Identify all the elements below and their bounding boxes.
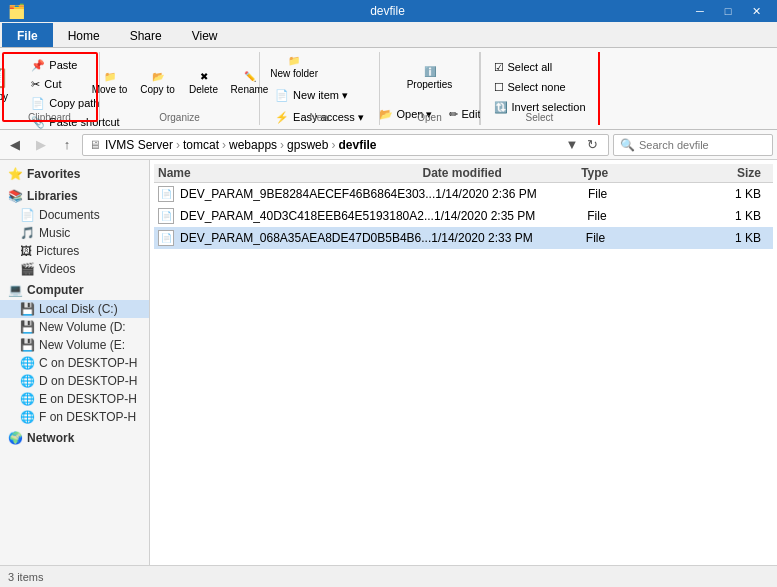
moveto-button[interactable]: 📁 Move to	[88, 54, 132, 112]
copyto-icon: 📂	[152, 71, 164, 82]
sidebar-network[interactable]: 🌍 Network	[0, 428, 149, 448]
newfolder-button[interactable]: 📁 New folder	[268, 54, 320, 80]
sidebar-item-eon[interactable]: 🌐 E on DESKTOP-H	[0, 390, 149, 408]
sidebar-item-pictures[interactable]: 🖼 Pictures	[0, 242, 149, 260]
sidebar-favorites[interactable]: ⭐ Favorites	[0, 164, 149, 184]
selectnone-button[interactable]: ☐ Select none	[487, 78, 573, 96]
libraries-icon: 📚	[8, 189, 23, 203]
addressbar-row: ◀ ▶ ↑ 🖥 IVMS Server › tomcat › webapps ›…	[0, 130, 777, 160]
network-e-icon: 🌐	[20, 392, 35, 406]
delete-button[interactable]: ✖ Delete	[184, 54, 224, 112]
search-bar[interactable]: 🔍	[613, 134, 773, 156]
sidebar-section-libraries: 📚 Libraries 📄 Documents 🎵 Music 🖼 Pictur…	[0, 186, 149, 278]
sidebar-item-don[interactable]: 🌐 D on DESKTOP-H	[0, 372, 149, 390]
file-icon: 📄	[158, 230, 174, 246]
ribbon-group-clipboard: 📋 Copy 📌 Paste ✂ Cut 📄 Copy path 📎	[0, 52, 100, 125]
minimize-button[interactable]: ─	[687, 2, 713, 20]
network-f-icon: 🌐	[20, 410, 35, 424]
ribbon-group-organize: 📁 Move to 📂 Copy to ✖ Delete ✏️ Rename O…	[100, 52, 260, 125]
tab-home[interactable]: Home	[53, 23, 115, 47]
network-d-icon: 🌐	[20, 374, 35, 388]
sidebar-item-music[interactable]: 🎵 Music	[0, 224, 149, 242]
sidebar-item-videos[interactable]: 🎬 Videos	[0, 260, 149, 278]
sidebar-item-fon[interactable]: 🌐 F on DESKTOP-H	[0, 408, 149, 426]
back-button[interactable]: ◀	[4, 134, 26, 156]
file-type: File	[588, 187, 690, 201]
ribbon-group-new: 📁 New folder 📄 New item ▾ ⚡ Easy access …	[260, 52, 380, 125]
ribbon-group-open: ℹ️ Properties 📂 Open ▾ ✏ Edit Open	[380, 52, 480, 125]
file-size: 1 KB	[689, 209, 769, 223]
favorites-icon: ⭐	[8, 167, 23, 181]
file-date: 1/14/2020 2:33 PM	[431, 231, 586, 245]
copy-button[interactable]: 📋 Copy	[0, 54, 20, 112]
breadcrumb-icon: 🖥	[89, 138, 101, 152]
title-bar: 🗂️ devfile ─ □ ✕	[0, 0, 777, 22]
tab-file[interactable]: File	[2, 23, 53, 47]
file-name: DEV_PARAM_068A35AEA8DE47D0B5B4B6...	[180, 231, 431, 245]
file-icon: 📄	[158, 208, 174, 224]
col-header-name[interactable]: Name	[158, 166, 422, 180]
ribbon-tabs: File Home Share View	[0, 22, 777, 48]
file-size: 1 KB	[689, 231, 769, 245]
col-header-size[interactable]: Size	[687, 166, 769, 180]
newfolder-icon: 📁	[288, 55, 300, 66]
sidebar-item-localdisk[interactable]: 💾 Local Disk (C:)	[0, 300, 149, 318]
col-header-date[interactable]: Date modified	[422, 166, 581, 180]
table-row[interactable]: 📄 DEV_PARAM_9BE8284AECEF46B6864E303... 1…	[154, 183, 773, 205]
table-row[interactable]: 📄 DEV_PARAM_40D3C418EEB64E5193180A2... 1…	[154, 205, 773, 227]
tab-share[interactable]: Share	[115, 23, 177, 47]
table-row[interactable]: 📄 DEV_PARAM_068A35AEA8DE47D0B5B4B6... 1/…	[154, 227, 773, 249]
delete-icon: ✖	[200, 71, 208, 82]
file-type: File	[586, 231, 689, 245]
sidebar-item-documents[interactable]: 📄 Documents	[0, 206, 149, 224]
properties-button[interactable]: ℹ️ Properties	[402, 54, 458, 101]
selectall-button[interactable]: ☑ Select all	[487, 58, 560, 76]
file-name: DEV_PARAM_40D3C418EEB64E5193180A2...	[180, 209, 434, 223]
volumee-icon: 💾	[20, 338, 35, 352]
up-button[interactable]: ↑	[56, 134, 78, 156]
file-type: File	[587, 209, 689, 223]
sidebar-computer[interactable]: 💻 Computer	[0, 280, 149, 300]
status-text: 3 items	[8, 571, 43, 583]
pictures-icon: 🖼	[20, 244, 32, 258]
computer-icon: 💻	[8, 283, 23, 297]
copy-icon: 📋	[0, 65, 9, 89]
col-header-type[interactable]: Type	[581, 166, 687, 180]
network-c-icon: 🌐	[20, 356, 35, 370]
localdisk-icon: 💾	[20, 302, 35, 316]
window-controls: ─ □ ✕	[687, 2, 769, 20]
file-name: DEV_PARAM_9BE8284AECEF46B6864E303...	[180, 187, 435, 201]
tab-view[interactable]: View	[177, 23, 233, 47]
forward-button[interactable]: ▶	[30, 134, 52, 156]
newitem-icon: 📄	[275, 89, 289, 102]
copypath-icon: 📄	[31, 97, 45, 110]
address-bar[interactable]: 🖥 IVMS Server › tomcat › webapps › gpswe…	[82, 134, 609, 156]
file-date: 1/14/2020 2:36 PM	[435, 187, 588, 201]
maximize-button[interactable]: □	[715, 2, 741, 20]
sidebar-item-con[interactable]: 🌐 C on DESKTOP-H	[0, 354, 149, 372]
file-size: 1 KB	[690, 187, 769, 201]
close-button[interactable]: ✕	[743, 2, 769, 20]
ribbon: 📋 Copy 📌 Paste ✂ Cut 📄 Copy path 📎	[0, 48, 777, 130]
sidebar-section-network: 🌍 Network	[0, 428, 149, 448]
refresh-button[interactable]: ▼	[562, 135, 582, 155]
search-input[interactable]	[639, 139, 766, 151]
sidebar-item-volumed[interactable]: 💾 New Volume (D:	[0, 318, 149, 336]
copyto-button[interactable]: 📂 Copy to	[136, 54, 180, 112]
network-icon: 🌍	[8, 431, 23, 445]
sidebar-section-favorites: ⭐ Favorites	[0, 164, 149, 184]
sidebar-section-computer: 💻 Computer 💾 Local Disk (C:) 💾 New Volum…	[0, 280, 149, 426]
selectnone-icon: ☐	[494, 81, 504, 94]
newitem-button[interactable]: 📄 New item ▾	[268, 86, 355, 104]
properties-icon: ℹ️	[424, 66, 436, 77]
reload-button[interactable]: ↻	[582, 135, 602, 155]
file-date: 1/14/2020 2:35 PM	[434, 209, 587, 223]
cut-icon: ✂	[31, 78, 40, 91]
selectall-icon: ☑	[494, 61, 504, 74]
sidebar-libraries[interactable]: 📚 Libraries	[0, 186, 149, 206]
search-icon: 🔍	[620, 138, 635, 152]
sidebar-item-volumee[interactable]: 💾 New Volume (E:	[0, 336, 149, 354]
file-icon: 📄	[158, 186, 174, 202]
window-title: devfile	[88, 4, 687, 18]
breadcrumb: IVMS Server › tomcat › webapps › gpsweb …	[105, 138, 562, 152]
